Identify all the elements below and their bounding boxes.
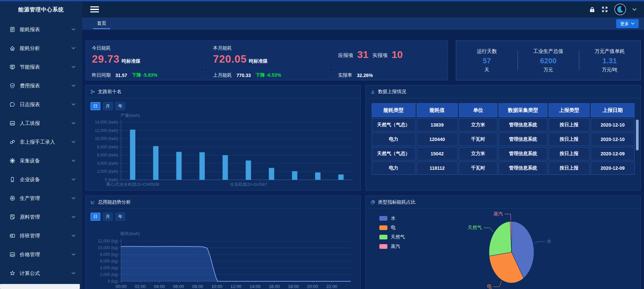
report-status-title: 数据上报情况 — [378, 89, 406, 95]
menu-toggle-button[interactable] — [90, 6, 99, 12]
chevron-down-icon — [71, 197, 75, 200]
sidebar-item-production-mgmt[interactable]: 生产管理 — [0, 189, 82, 208]
top-branches-tab-month[interactable]: 月 — [103, 102, 113, 110]
trend-tab-year[interactable]: 年 — [115, 213, 125, 221]
sidebar-item-energy-analysis[interactable]: 能耗分析 — [0, 39, 82, 58]
table-row: 电力120440千瓦时管理信息系统按日上报2020-12-10 — [372, 133, 635, 146]
horizontal-scrollbar[interactable] — [0, 284, 80, 289]
chevron-down-icon[interactable] — [632, 8, 637, 11]
svg-text:08:00: 08:00 — [192, 284, 203, 289]
sidebar-item-label: 能耗报表 — [20, 26, 71, 33]
table-cell: 按日上报 — [548, 118, 590, 132]
sidebar-item-log-report[interactable]: 日志报表 — [0, 95, 82, 114]
kpi-actual-label: 实报项 — [372, 52, 387, 60]
user-avatar[interactable] — [614, 3, 626, 15]
stat-unit: 万元 — [518, 67, 579, 73]
trend-tab-month[interactable]: 月 — [103, 213, 113, 221]
kpi-lastmonth-label: 上月能耗 — [213, 72, 232, 78]
savings-icon — [9, 64, 15, 70]
stat-label: 运行天数 — [456, 48, 518, 55]
stat-1: 工业生产总值6200万元 — [518, 46, 579, 75]
gear-icon — [9, 158, 15, 164]
sidebar-item-manual-fill[interactable]: 人工填报 — [0, 114, 82, 133]
kpi-yesterday-trend-value: -5.83% — [143, 72, 157, 78]
more-button-label: 更多 — [620, 21, 629, 27]
sidebar-item-manual-entry[interactable]: 非上报手工录入 — [0, 133, 82, 151]
table-cell: 天然气（气态） — [372, 118, 416, 132]
svg-text:水: 水 — [547, 238, 551, 244]
sidebar-item-label: 生产管理 — [20, 195, 71, 202]
top-branches-tab-day[interactable]: 日 — [91, 102, 100, 110]
chevron-down-icon — [71, 122, 75, 125]
sidebar-menu: 能耗报表能耗分析节能报表费用报表日志报表人工填报非上报手工录入采集设备企业设备生… — [0, 18, 82, 283]
svg-text:12:00: 12:00 — [230, 284, 241, 289]
chevron-down-icon — [71, 178, 75, 181]
sidebar-item-formula[interactable]: 计算公式 — [0, 264, 82, 283]
doc-pencil-icon — [9, 214, 15, 220]
svg-text:14,000 (kwh): 14,000 (kwh) — [95, 120, 118, 125]
kpi-yesterday-trend-label: 下降 — [132, 72, 141, 78]
report-icon — [9, 26, 15, 32]
table-row: 天然气（气态）15042立方米管理信息系统按日上报2020-12-09 — [372, 147, 635, 160]
kpi-lastmonth-value: 770.33 — [236, 73, 251, 78]
kpi-lastmonth-trend-label: 下降 — [256, 72, 265, 78]
sidebar-item-enterprise-device[interactable]: 企业设备 — [0, 170, 82, 189]
table-cell: 2020-12-10 — [591, 118, 635, 132]
svg-text:天然气: 天然气 — [468, 225, 482, 230]
chevron-down-icon — [71, 47, 75, 50]
stat-unit: 天 — [456, 67, 518, 73]
stat-value: 57 — [456, 57, 518, 65]
fullscreen-icon[interactable] — [601, 6, 608, 13]
pie-title: 类型指标能耗占比 — [378, 199, 416, 205]
chevron-down-icon — [71, 272, 75, 275]
kpi-row: 今日能耗 29.73吨标准煤 本月能耗 720.05吨标准煤 应报项 31 实报… — [86, 41, 641, 80]
lock-icon[interactable] — [589, 6, 595, 13]
sidebar-item-material-mgmt[interactable]: 原料管理 — [0, 208, 82, 226]
sidebar-item-collect-device[interactable]: 采集设备 — [0, 151, 82, 170]
sidebar-item-cost-report[interactable]: 费用报表 — [0, 76, 82, 95]
link-icon — [9, 139, 15, 145]
kpi-month-unit: 吨标准煤 — [249, 58, 268, 64]
table-cell: 15042 — [417, 147, 458, 160]
table-cell: 120440 — [417, 133, 458, 146]
svg-text:14:00: 14:00 — [250, 284, 261, 289]
table-cell: 118112 — [417, 161, 458, 175]
kpi-lastmonth-row: 上月能耗 770.33 下降 -6.53% — [207, 70, 331, 80]
pie-header: 类型指标能耗占比 — [366, 196, 640, 209]
tab-home[interactable]: 首页 — [96, 17, 108, 30]
chevron-down-icon — [71, 103, 75, 106]
app-title: 能源管理中心系统 — [0, 0, 82, 18]
sidebar-item-label: 费用报表 — [20, 83, 71, 89]
svg-text:18:00: 18:00 — [288, 284, 299, 289]
trend-tab-day[interactable]: 日 — [91, 213, 100, 221]
sidebar-item-energy-report[interactable]: 能耗报表 — [0, 20, 82, 39]
svg-text:4,000 (kg): 4,000 (kg) — [100, 266, 118, 270]
stat-2: 万元产值单耗1.31万元/吨 — [579, 46, 640, 75]
trend-panel: 总用能趋势分析 日月年 0 (kg)2,000 (kg)4,000 (kg)6,… — [86, 196, 361, 289]
report-table-header: 能耗类型能耗值单位数据采集类型上报类型上报日期 — [372, 103, 635, 117]
trend-header: 总用能趋势分析 — [86, 196, 360, 209]
line-chart: 0 (kg)2,000 (kg)4,000 (kg)6,000 (kg)8,00… — [86, 221, 358, 289]
sidebar-item-saving-report[interactable]: 节能报表 — [0, 58, 82, 76]
table-scrollbar[interactable] — [636, 120, 639, 150]
svg-text:10,000 (kwh): 10,000 (kwh) — [95, 136, 118, 141]
sidebar-item-label: 企业设备 — [20, 176, 71, 183]
svg-text:22:00: 22:00 — [326, 284, 337, 289]
kpi-today-card: 今日能耗 29.73吨标准煤 — [86, 41, 206, 69]
sidebar-item-price-mgmt[interactable]: 价格管理 — [0, 245, 82, 264]
table-cell: 按日上报 — [548, 133, 590, 146]
top-branches-tab-year[interactable]: 年 — [115, 102, 125, 110]
svg-text:4,000 (kwh): 4,000 (kwh) — [97, 161, 118, 166]
stat-label: 万元产值单耗 — [579, 48, 640, 55]
svg-text:2,000 (kg): 2,000 (kg) — [100, 272, 118, 277]
pie-chart: 水电天然气蒸汽 — [366, 209, 640, 289]
kpi-lastmonth-trend-value: -6.53% — [266, 72, 281, 78]
kpi-cards: 今日能耗 29.73吨标准煤 本月能耗 720.05吨标准煤 应报项 31 实报… — [86, 41, 448, 80]
chat-icon — [9, 101, 15, 107]
svg-text:电: 电 — [487, 284, 492, 289]
sidebar-item-shift-mgmt[interactable]: 排班管理 — [0, 226, 82, 245]
table-header-cell: 能耗类型 — [372, 103, 416, 117]
more-button[interactable]: 更多 — [616, 19, 639, 28]
sidebar: 能源管理中心系统 能耗报表能耗分析节能报表费用报表日志报表人工填报非上报手工录入… — [0, 0, 82, 289]
table-cell: 管理信息系统 — [498, 118, 547, 132]
